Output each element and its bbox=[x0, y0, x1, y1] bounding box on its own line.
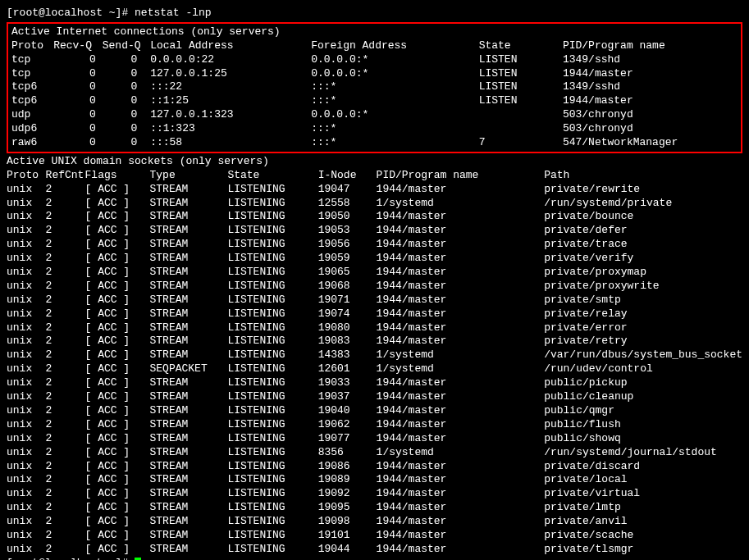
cell-pid: 1944/master bbox=[377, 404, 545, 418]
table-row: unix2[ ACC ]STREAMLISTENING190741944/mas… bbox=[7, 307, 742, 321]
table-row: unix2[ ACC ]STREAMLISTENING190621944/mas… bbox=[7, 418, 742, 432]
table-row: unix2[ ACC ]STREAMLISTENING190471944/mas… bbox=[7, 183, 742, 197]
cell-type: SEQPACKET bbox=[149, 362, 227, 376]
table-row: tcp600 ::1:25:::*LISTEN1944/master bbox=[11, 94, 738, 108]
cell-sendq: 0 bbox=[103, 122, 150, 136]
cell-pid: 1/systemd bbox=[377, 197, 545, 211]
cell-path: public/showq bbox=[544, 432, 742, 446]
cell-type: STREAM bbox=[149, 294, 227, 307]
cell-state: LISTENING bbox=[227, 529, 317, 543]
cell-pid: 1944/master bbox=[377, 515, 545, 529]
cell-flags: [ ACC ] bbox=[85, 183, 150, 197]
cell-proto: unix bbox=[7, 266, 46, 280]
cell-pid: 1/systemd bbox=[377, 362, 545, 376]
cell-refcnt: 2 bbox=[46, 432, 85, 446]
cell-pid: 1944/master bbox=[377, 280, 545, 294]
cell-inode: 19047 bbox=[318, 183, 377, 197]
cell-state: LISTENING bbox=[227, 487, 317, 501]
cell-refcnt: 2 bbox=[46, 404, 85, 418]
cell-path: /run/udev/control bbox=[544, 362, 742, 376]
cell-refcnt: 2 bbox=[46, 197, 85, 211]
table-row: unix2[ ACC ]STREAMLISTENING190711944/mas… bbox=[7, 294, 742, 307]
cell-inode: 19092 bbox=[318, 487, 377, 501]
cell-state bbox=[479, 122, 563, 136]
table-row: unix2[ ACC ]STREAMLISTENING190921944/mas… bbox=[7, 487, 742, 501]
cell-path: private/discard bbox=[544, 460, 742, 474]
cell-inode: 19098 bbox=[318, 515, 377, 529]
internet-connections-header: Active Internet connections (only server… bbox=[11, 25, 738, 39]
cell-sendq: 0 bbox=[103, 80, 150, 94]
header-proto: Proto bbox=[11, 39, 53, 53]
cell-type: STREAM bbox=[149, 515, 227, 529]
cell-path: private/trace bbox=[544, 238, 742, 252]
cell-pid: 1944/master bbox=[377, 294, 545, 307]
command-prompt-end[interactable]: [root@localhost ~]# bbox=[7, 557, 742, 560]
cell-path: public/pickup bbox=[544, 376, 742, 390]
cell-pid: 1944/master bbox=[377, 210, 545, 224]
cell-state: LISTENING bbox=[227, 252, 317, 266]
cell-refcnt: 2 bbox=[46, 321, 85, 335]
cell-proto: unix bbox=[7, 238, 46, 252]
cell-flags: [ ACC ] bbox=[85, 460, 150, 474]
cell-refcnt: 2 bbox=[46, 266, 85, 280]
cell-proto: unix bbox=[7, 307, 46, 321]
cell-flags: [ ACC ] bbox=[85, 404, 150, 418]
cell-proto: unix bbox=[7, 529, 46, 543]
cell-inode: 19083 bbox=[318, 335, 377, 348]
cell-path: private/retry bbox=[544, 335, 742, 348]
cell-refcnt: 2 bbox=[46, 390, 85, 404]
cell-state: LISTENING bbox=[227, 210, 317, 224]
cell-state: LISTENING bbox=[227, 238, 317, 252]
cell-state: LISTEN bbox=[479, 94, 563, 108]
cell-proto: unix bbox=[7, 432, 46, 446]
cell-state: 7 bbox=[479, 136, 563, 150]
cell-proto: tcp bbox=[11, 67, 53, 81]
cell-inode: 19037 bbox=[318, 390, 377, 404]
cell-refcnt: 2 bbox=[46, 335, 85, 348]
cell-flags: [ ACC ] bbox=[85, 197, 150, 211]
cell-type: STREAM bbox=[149, 307, 227, 321]
cell-proto: unix bbox=[7, 197, 46, 211]
cell-state: LISTENING bbox=[227, 197, 317, 211]
cell-proto: unix bbox=[7, 252, 46, 266]
table-row: tcp00 0.0.0.0:220.0.0.0:*LISTEN1349/sshd bbox=[11, 53, 738, 67]
cell-pid: 1/systemd bbox=[377, 446, 545, 460]
cell-flags: [ ACC ] bbox=[85, 515, 150, 529]
cell-pid: 1944/master bbox=[377, 390, 545, 404]
cell-state: LISTENING bbox=[227, 376, 317, 390]
cell-flags: [ ACC ] bbox=[85, 390, 150, 404]
cell-path: public/qmgr bbox=[544, 404, 742, 418]
cell-local: :::22 bbox=[150, 80, 311, 94]
cell-proto: unix bbox=[7, 376, 46, 390]
cell-proto: unix bbox=[7, 183, 46, 197]
cell-path: private/virtual bbox=[544, 487, 742, 501]
cell-proto: udp bbox=[11, 108, 53, 122]
cell-flags: [ ACC ] bbox=[85, 307, 150, 321]
header-state: State bbox=[479, 39, 563, 53]
table-row: unix2[ ACC ]STREAMLISTENING190771944/mas… bbox=[7, 432, 742, 446]
cell-inode: 19056 bbox=[318, 238, 377, 252]
cell-proto: unix bbox=[7, 224, 46, 238]
cell-pid: 503/chronyd bbox=[563, 122, 738, 136]
table-row: unix2[ ACC ]STREAMLISTENING190331944/mas… bbox=[7, 376, 742, 390]
cell-refcnt: 2 bbox=[46, 252, 85, 266]
cell-sendq: 0 bbox=[103, 94, 150, 108]
cell-proto: unix bbox=[7, 543, 46, 557]
cell-pid: 1944/master bbox=[377, 224, 545, 238]
cell-sendq: 0 bbox=[103, 53, 150, 67]
cell-recvq: 0 bbox=[53, 122, 103, 136]
cell-recvq: 0 bbox=[53, 108, 103, 122]
table-row: unix2[ ACC ]STREAMLISTENING190531944/mas… bbox=[7, 224, 742, 238]
table-header-row: Proto Recv-Q Send-Q Local Address Foreig… bbox=[11, 39, 738, 53]
cell-refcnt: 2 bbox=[46, 224, 85, 238]
cell-proto: unix bbox=[7, 460, 46, 474]
cell-type: STREAM bbox=[149, 501, 227, 515]
cell-path: private/rewrite bbox=[544, 183, 742, 197]
cell-path: private/lmtp bbox=[544, 501, 742, 515]
table-row: udp00 127.0.0.1:3230.0.0.0:*503/chronyd bbox=[11, 108, 738, 122]
cell-type: STREAM bbox=[149, 390, 227, 404]
cell-state: LISTENING bbox=[227, 321, 317, 335]
cell-refcnt: 2 bbox=[46, 183, 85, 197]
table-header-row: Proto RefCnt Flags Type State I-Node PID… bbox=[7, 169, 742, 183]
cell-state: LISTENING bbox=[227, 280, 317, 294]
